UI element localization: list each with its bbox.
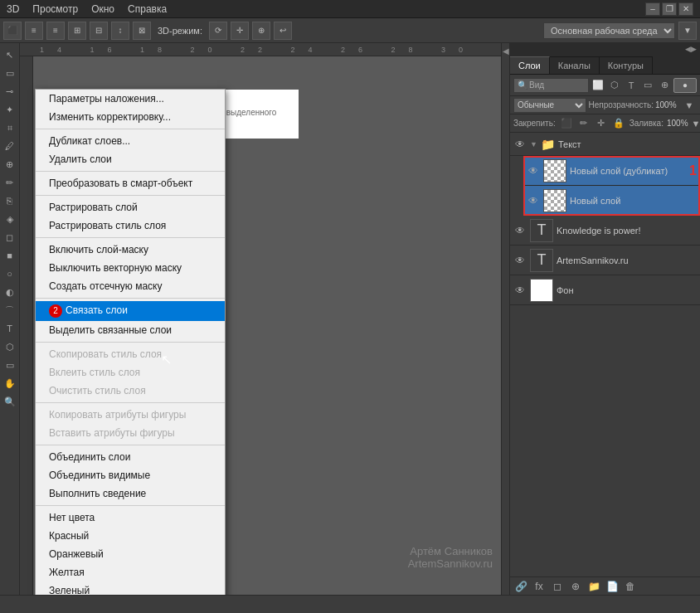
tool-icon-3[interactable]: ≡ [46,22,65,40]
filter-pixel-icon[interactable]: ⬜ [591,78,605,93]
group-expand-icon[interactable]: ▼ [530,140,537,148]
layers-search[interactable]: 🔍 Вид [513,78,589,93]
tool-move[interactable]: ↖ [2,46,18,63]
lock-position-icon[interactable]: ✛ [594,116,609,131]
add-mask-btn[interactable]: ◻ [550,580,565,593]
tool-pan[interactable]: ✛ [231,22,249,40]
tool-hand[interactable]: ✋ [2,375,18,392]
menu-item-rasterize-style[interactable]: Растрировать стиль слоя [36,216,225,235]
menu-item-green[interactable]: Зеленый [36,581,225,595]
layer-vis-new[interactable]: 👁 [527,194,540,207]
tool-icon-4[interactable]: ⊞ [68,22,86,40]
menu-item-delete[interactable]: Удалить слои [36,150,225,168]
tool-zoom[interactable]: ⊕ [252,22,270,40]
delete-layer-btn[interactable]: 🗑 [623,580,638,593]
tool-crop[interactable]: ⌗ [2,119,18,136]
tool-text[interactable]: T [2,320,18,337]
opacity-value[interactable]: 100% [655,100,680,109]
menu-window[interactable]: Окно [91,3,114,15]
lock-all-icon[interactable]: 🔒 [611,116,626,131]
filter-smart-icon[interactable]: ⊕ [657,78,672,93]
close-button[interactable]: ✕ [678,2,693,16]
tool-blur[interactable]: ○ [2,265,18,282]
tool-icon-6[interactable]: ↕ [111,22,129,40]
menu-item-paste-attrs[interactable]: Вставить атрибуты фигуры [36,424,225,442]
tool-history[interactable]: ◈ [2,211,18,227]
menu-item-link-layers[interactable]: 2Связать слои [36,301,225,321]
menu-item-convert-smart[interactable]: Преобразовать в смарт-объект [36,174,225,192]
menu-item-clear-style[interactable]: Очистить стиль слоя [36,382,225,400]
menu-item-paste-style[interactable]: Вклеить стиль слоя [36,363,225,382]
menu-item-flatten[interactable]: Выполнить сведение [36,484,225,503]
tool-eraser[interactable]: ◻ [2,229,18,246]
tool-gradient[interactable]: ■ [2,247,18,264]
workspace-select[interactable]: Основная рабочая среда [543,22,675,39]
menu-item-duplicate[interactable]: Дубликат слоев... [36,132,225,150]
filter-text-icon[interactable]: T [624,78,639,93]
lock-move-icon[interactable]: ✏ [576,116,591,131]
tool-icon-2[interactable]: ≡ [25,22,43,40]
layer-vis-artem[interactable]: 👁 [513,254,527,267]
menu-item-enable-mask[interactable]: Включить слой-маску [36,241,225,259]
tool-pen[interactable]: ⌒ [2,302,18,319]
tool-magic[interactable]: ✦ [2,101,18,118]
layer-vis-group[interactable]: 👁 [513,138,527,151]
layer-vis-copy[interactable]: 👁 [527,164,540,178]
layer-knowledge[interactable]: 👁 T Knowledge is power! [510,216,700,246]
menu-item-rasterize-layer[interactable]: Растрировать слой [36,198,225,216]
menu-3d[interactable]: 3D [7,3,19,15]
menu-view[interactable]: Просмотр [32,3,78,15]
opacity-arrow[interactable]: ▼ [682,98,697,113]
tool-icon-1[interactable]: ⬛ [3,22,22,40]
layer-new[interactable]: 👁 Новый слой [523,186,700,216]
menu-item-parameters[interactable]: Параметры наложения... [36,90,225,108]
panel-collapse-button[interactable]: ◀ [501,43,509,595]
menu-item-merge-layers[interactable]: Объединить слои [36,448,225,466]
maximize-button[interactable]: ❐ [662,2,677,16]
tool-heal[interactable]: ⊕ [2,156,18,173]
new-fill-adj-btn[interactable]: ⊕ [568,580,583,593]
menu-item-red[interactable]: Красный [36,527,225,545]
tool-zoom2[interactable]: 🔍 [2,393,18,410]
filter-adjust-icon[interactable]: ⬡ [607,78,622,93]
layer-artem[interactable]: 👁 T ArtemSannikov.ru [510,246,700,275]
new-group-btn[interactable]: 📁 [586,580,601,593]
tool-eyedrop[interactable]: 🖊 [2,138,18,154]
tool-brush[interactable]: ✏ [2,174,18,191]
menu-item-yellow[interactable]: Желтая [36,563,225,581]
lock-pixel-icon[interactable]: ⬛ [559,116,574,131]
workspace-expand[interactable]: ▼ [678,22,697,40]
filter-toggle[interactable]: ● [673,78,697,93]
tool-dodge[interactable]: ◐ [2,284,18,300]
menu-item-orange[interactable]: Оранжевый [36,545,225,563]
tool-orbit[interactable]: ⟳ [209,22,227,40]
tool-roll[interactable]: ↩ [274,22,292,40]
menu-help[interactable]: Справка [128,3,167,15]
menu-item-edit-correction[interactable]: Изменить корректировку... [36,108,225,126]
blend-mode-select[interactable]: Обычные [513,98,586,113]
layer-vis-bg[interactable]: 👁 [513,284,527,297]
tab-contours[interactable]: Контуры [600,56,653,74]
minimize-button[interactable]: – [645,2,660,16]
layer-background[interactable]: 👁 Фон [510,275,700,305]
fill-arrow[interactable]: ▼ [692,116,700,131]
menu-item-copy-style[interactable]: Скопировать стиль слоя [36,345,225,363]
tool-clone[interactable]: ⎘ [2,192,18,209]
add-style-btn[interactable]: fx [532,580,547,593]
link-layers-btn[interactable]: 🔗 [513,580,528,593]
layer-new-copy[interactable]: 👁 Новый слой (дубликат) 1 [523,156,700,186]
tool-icon-5[interactable]: ⊟ [90,22,108,40]
tab-channels[interactable]: Каналы [550,56,600,74]
filter-shape-icon[interactable]: ▭ [640,78,655,93]
layer-vis-knowledge[interactable]: 👁 [513,224,527,237]
menu-item-disable-vector[interactable]: Выключить векторную маску [36,259,225,277]
layer-group-text[interactable]: 👁 ▼ 📁 Текст [510,133,700,156]
tool-shape[interactable]: ▭ [2,357,18,373]
tool-select[interactable]: ▭ [2,65,18,81]
menu-item-merge-visible[interactable]: Объединить видимые [36,466,225,484]
tool-icon-7[interactable]: ⊠ [133,22,151,40]
tool-lasso[interactable]: ⊸ [2,83,18,100]
new-layer-btn[interactable]: 📄 [605,580,620,593]
menu-item-copy-attrs[interactable]: Копировать атрибуты фигуры [36,406,225,424]
tab-layers[interactable]: Слои [510,56,550,74]
